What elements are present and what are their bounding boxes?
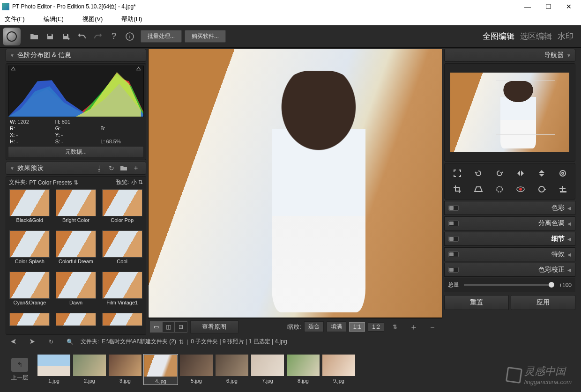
toggle-switch[interactable]: [448, 236, 459, 242]
preset-item[interactable]: [7, 313, 52, 333]
preset-item[interactable]: Colorful Dream: [53, 230, 99, 271]
presets-header[interactable]: ▼ 效果预设 ⭳ ↻ ＋: [6, 162, 146, 175]
layout-single-icon[interactable]: ▭: [150, 322, 163, 332]
refresh-icon[interactable]: ↻: [46, 337, 56, 347]
radial-icon[interactable]: [553, 166, 572, 180]
navigator-header[interactable]: 导航器 ▼: [444, 49, 575, 62]
next-icon[interactable]: ⮞: [27, 337, 37, 347]
crop-icon[interactable]: [447, 182, 467, 196]
import-icon[interactable]: ⭳: [94, 163, 104, 173]
preset-item[interactable]: Color Splash: [7, 230, 52, 271]
histogram-header[interactable]: ▼ 色阶分布图 & 信息: [6, 49, 146, 62]
flip-v-icon[interactable]: [532, 166, 551, 180]
minimize-button[interactable]: —: [517, 3, 538, 10]
acc-color[interactable]: 色彩◀: [444, 201, 575, 215]
mode-region-edit[interactable]: 选区编辑: [520, 31, 552, 42]
preset-label: Cyan&Orange: [7, 300, 52, 305]
preset-item[interactable]: Dawn: [53, 272, 99, 312]
reset-button[interactable]: 重置: [444, 295, 509, 310]
filmstrip-thumb[interactable]: 7.jpg: [250, 354, 285, 385]
zoom-1-1[interactable]: 1:1: [349, 322, 365, 332]
acc-effects[interactable]: 特效◀: [444, 247, 575, 261]
preset-thumb: [102, 230, 142, 258]
toggle-switch[interactable]: [448, 221, 459, 226]
preset-item[interactable]: Cool: [99, 230, 145, 271]
view-original-button[interactable]: 查看原图: [190, 320, 238, 333]
amount-slider[interactable]: [464, 284, 554, 286]
refresh-icon[interactable]: ↻: [106, 163, 117, 173]
zoom-in-icon[interactable]: ＋: [409, 322, 419, 332]
filmstrip-thumb[interactable]: 9.jpg: [321, 354, 356, 385]
zoom-dropdown-icon[interactable]: ⇅: [390, 322, 400, 332]
preset-item[interactable]: Color Pop: [99, 189, 145, 229]
spot-icon[interactable]: [532, 182, 551, 196]
navigator-panel[interactable]: [444, 63, 575, 162]
sort-icon[interactable]: ⇅: [179, 339, 184, 345]
filmstrip-thumb[interactable]: 5.jpg: [179, 354, 214, 385]
zoom-fit[interactable]: 适合: [304, 321, 324, 332]
toggle-switch[interactable]: [448, 267, 459, 273]
filmstrip-thumb[interactable]: 2.jpg: [72, 354, 107, 385]
undo-icon[interactable]: [77, 31, 87, 42]
close-button[interactable]: ✕: [559, 3, 579, 10]
preset-item[interactable]: Film Vintage1: [99, 272, 145, 312]
clone-icon[interactable]: [553, 182, 572, 196]
apply-button[interactable]: 应用: [511, 295, 575, 310]
image-canvas[interactable]: [148, 49, 442, 318]
toggle-switch[interactable]: [448, 251, 459, 257]
zoom-1-2[interactable]: 1:2: [368, 322, 384, 332]
redeye-icon[interactable]: [511, 182, 530, 196]
rotate-right-icon[interactable]: [490, 166, 509, 180]
zoom-out-icon[interactable]: －: [427, 322, 438, 332]
buy-button[interactable]: 购买软件...: [185, 30, 226, 43]
folder-icon[interactable]: [119, 163, 129, 173]
preview-dropdown[interactable]: 小 ⇅: [131, 178, 143, 186]
folder-dropdown[interactable]: PT Color Presets ⇅: [29, 179, 78, 186]
preset-label: Color Pop: [99, 217, 145, 223]
zoom-label: 缩放:: [287, 323, 301, 331]
preset-item[interactable]: [53, 313, 99, 333]
up-folder-button[interactable]: ↰ 上一层: [6, 358, 34, 382]
acc-split-tone[interactable]: 分离色调◀: [444, 216, 575, 230]
prev-icon[interactable]: ⮜: [8, 337, 19, 347]
lens-icon[interactable]: [490, 182, 509, 196]
maximize-button[interactable]: ☐: [538, 3, 559, 10]
save-as-icon[interactable]: [61, 31, 71, 42]
navigator-viewport[interactable]: [496, 81, 555, 135]
perspective-icon[interactable]: [469, 182, 488, 196]
add-icon[interactable]: ＋: [131, 163, 141, 173]
help-icon[interactable]: ?: [109, 31, 119, 42]
preset-item[interactable]: Cyan&Orange: [7, 272, 52, 312]
filmstrip-thumb[interactable]: 1.jpg: [37, 354, 71, 385]
open-folder-icon[interactable]: [29, 31, 39, 42]
flip-h-icon[interactable]: [511, 166, 530, 180]
zoom-fill[interactable]: 填满: [327, 321, 346, 332]
filmstrip-thumb[interactable]: 3.jpg: [108, 354, 142, 385]
filmstrip-thumb[interactable]: 4.jpg: [143, 354, 178, 385]
folder-path[interactable]: E:\临时文件\AI\新建文件夹 (2): [102, 338, 176, 346]
batch-button[interactable]: 批量处理...: [141, 30, 182, 43]
redo-icon[interactable]: [93, 31, 103, 42]
rotate-left-icon[interactable]: [469, 166, 488, 180]
layout-split-h-icon[interactable]: ⊟: [175, 322, 187, 332]
menu-view[interactable]: 视图(V): [82, 15, 103, 23]
toggle-switch[interactable]: [448, 205, 459, 211]
preset-item[interactable]: [99, 313, 145, 333]
acc-detail[interactable]: 细节◀: [444, 232, 575, 246]
layout-split-v-icon[interactable]: ◫: [163, 322, 175, 332]
menu-edit[interactable]: 编辑(E): [44, 15, 64, 23]
preset-item[interactable]: Black&Gold: [7, 189, 52, 229]
mode-full-edit[interactable]: 全图编辑: [483, 31, 514, 42]
mode-watermark[interactable]: 水印: [558, 31, 574, 42]
acc-color-correct[interactable]: 色彩校正◀: [444, 263, 575, 277]
menu-file[interactable]: 文件(F): [5, 15, 25, 23]
menu-help[interactable]: 帮助(H): [121, 15, 142, 23]
preset-item[interactable]: Bright Color: [53, 189, 99, 229]
fullscreen-icon[interactable]: [447, 166, 467, 180]
metadata-button[interactable]: 元数据...: [8, 146, 144, 158]
filmstrip-thumb[interactable]: 8.jpg: [286, 354, 320, 385]
filmstrip-thumb[interactable]: 6.jpg: [215, 354, 249, 385]
search-icon[interactable]: 🔍: [65, 337, 75, 347]
info-icon[interactable]: i: [125, 31, 135, 42]
save-icon[interactable]: [45, 31, 55, 42]
